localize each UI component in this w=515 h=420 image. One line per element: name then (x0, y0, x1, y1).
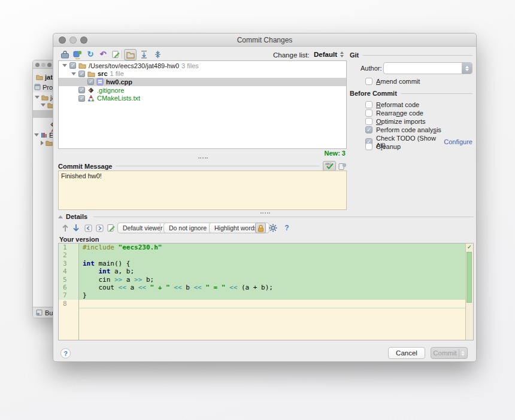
diff-editor[interactable]: 1#include "eecs230.h"23int main() {4 int… (58, 243, 474, 340)
author-combobox[interactable] (383, 62, 472, 74)
checkbox-checked[interactable]: ✓ (69, 62, 76, 69)
chevron-right-icon (41, 141, 44, 145)
checkbox-checked[interactable]: ✓ (87, 78, 94, 85)
tree-row-label: CMakeLists.txt (97, 95, 140, 102)
spellcheck-button[interactable]: ABC (323, 161, 336, 171)
commit-changes-dialog: Commit Changes ↻ ↶ Change list: Default (53, 33, 477, 362)
code-text (79, 300, 465, 308)
line-number: 6 (59, 284, 79, 291)
checkbox-unchecked[interactable] (365, 143, 372, 150)
tree-row-root[interactable]: ✓ /Users/tov/eecs230/jat489-hw0 3 files (59, 62, 346, 70)
next-change-arrow-icon[interactable] (71, 223, 81, 233)
jump-forward-icon[interactable] (95, 223, 104, 233)
library-icon (41, 132, 47, 138)
checkbox-checked[interactable]: ✓ (78, 71, 85, 77)
combo-stepper-icon[interactable] (462, 63, 472, 74)
checkbox-checked[interactable]: ✓ (365, 126, 372, 133)
optimize-imports-row[interactable]: Optimize imports (365, 118, 426, 125)
changed-files-tree: ✓ /Users/tov/eecs230/jat489-hw0 3 files … (58, 60, 347, 149)
tree-row-cmakelists[interactable]: ✓ CMakeLists.txt (59, 94, 346, 102)
git-section-header: Git (350, 51, 472, 59)
code-line: 8 (59, 300, 465, 308)
code-text (79, 251, 465, 259)
edit-changelist-icon[interactable] (111, 50, 120, 59)
show-diff-icon[interactable] (72, 50, 82, 59)
line-number: 7 (59, 291, 79, 299)
collapse-all-icon[interactable] (153, 50, 162, 59)
added-lines-marker[interactable] (466, 252, 472, 303)
commit-button[interactable]: Commit (431, 347, 468, 359)
perform-code-analysis-row[interactable]: ✓ Perform code analysis (365, 126, 441, 133)
lock-scrolling-button[interactable] (255, 223, 266, 233)
configure-link[interactable]: Configure (444, 138, 472, 145)
build-panel-icon (36, 309, 43, 316)
inspections-ok-icon: ✓ (467, 244, 472, 250)
checkbox-checked[interactable]: ✓ (78, 87, 85, 93)
help-icon[interactable]: ? (282, 223, 292, 233)
toolbar-separator (122, 50, 122, 59)
tree-row-hw0-cpp[interactable]: ✓ hw0.cpp (59, 78, 346, 86)
details-section-header[interactable]: Details (58, 213, 474, 220)
commit-message-header: Commit Message ABC (58, 161, 347, 171)
gitignore-icon (87, 87, 95, 94)
group-by-directory-button[interactable] (124, 49, 137, 60)
tree-node-external[interactable]: E (34, 131, 53, 139)
commit-dropdown-stepper-icon[interactable] (459, 349, 466, 357)
lock-icon (258, 224, 264, 232)
edit-source-icon[interactable] (106, 223, 116, 233)
tree-row-src[interactable]: ✓ src 1 file (59, 70, 346, 78)
folder-icon (87, 71, 95, 77)
changelist-stepper-icon[interactable] (340, 51, 344, 57)
tree-row-gitignore[interactable]: ✓ .gitignore (59, 86, 346, 95)
checkbox-unchecked[interactable] (365, 101, 372, 108)
close-icon[interactable] (59, 36, 66, 44)
minimize-icon[interactable] (41, 63, 46, 67)
settings-gear-icon[interactable] (268, 223, 278, 233)
tree-row-suffix: 1 file (110, 70, 124, 77)
folder-icon (41, 95, 49, 101)
chevron-down-icon (62, 64, 67, 67)
code-text: } (79, 291, 465, 299)
cleanup-row[interactable]: Cleanup (365, 143, 401, 150)
changelist-label: Change list: (273, 51, 310, 59)
checkbox-unchecked[interactable] (365, 78, 372, 85)
line-number: 8 (59, 300, 79, 308)
chevron-down-icon (71, 72, 76, 75)
collapse-icon (58, 215, 63, 218)
splitter-handle[interactable] (260, 212, 270, 214)
code-line: 1#include "eecs230.h" (59, 244, 465, 251)
checkbox-unchecked[interactable] (365, 109, 372, 117)
tree-row-label: src (98, 70, 108, 77)
tree-node[interactable] (41, 139, 53, 147)
jump-to-source-icon[interactable] (83, 223, 93, 233)
changelist-dropdown[interactable]: Default (314, 51, 337, 58)
error-stripe[interactable]: ✓ (465, 244, 473, 340)
zoom-icon[interactable] (47, 63, 51, 67)
folder-icon (46, 140, 53, 146)
minimize-icon[interactable] (69, 36, 77, 44)
amend-commit-row[interactable]: Amend commit (365, 78, 420, 85)
zoom-icon[interactable] (80, 36, 87, 44)
code-text: cout << a << " + " << b << " = " << (a +… (79, 284, 465, 291)
toolbar-separator (160, 223, 160, 233)
checkbox-checked[interactable]: ✓ (78, 95, 85, 102)
message-history-icon[interactable] (338, 162, 347, 171)
rollback-icon[interactable]: ↶ (98, 49, 108, 59)
previous-change-arrow-icon[interactable] (60, 223, 70, 233)
checkbox-unchecked[interactable] (365, 118, 372, 125)
refresh-icon[interactable]: ↻ (86, 49, 95, 59)
expand-all-icon[interactable] (139, 50, 149, 59)
cancel-button[interactable]: Cancel (388, 347, 425, 359)
chevron-down-icon (35, 96, 40, 99)
code-text: #include "eecs230.h" (79, 244, 465, 251)
commit-icon[interactable] (60, 50, 69, 59)
rearrange-code-row[interactable]: Rearrange code (365, 109, 423, 117)
reformat-code-row[interactable]: Reformat code (365, 101, 419, 108)
tree-row-suffix: 3 files (181, 62, 199, 69)
close-icon[interactable] (35, 63, 40, 67)
code-text: int a, b; (79, 267, 465, 275)
help-button[interactable]: ? (60, 348, 71, 358)
code-text: cin >> a >> b; (79, 276, 465, 284)
splitter-handle[interactable] (198, 157, 208, 159)
commit-message-input[interactable]: Finished hw0! (58, 171, 347, 210)
